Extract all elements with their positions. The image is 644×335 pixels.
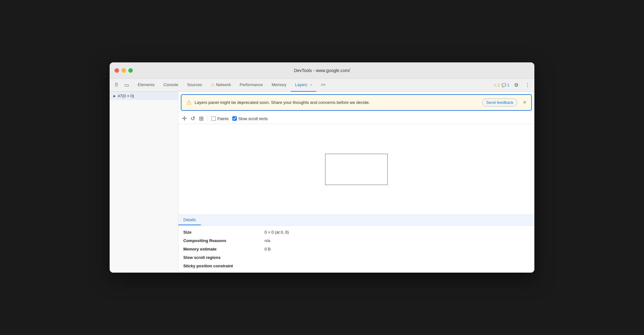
- sidebar-item-label: #7(0 × 0): [118, 94, 134, 98]
- warning-badge-count: 2: [498, 83, 500, 87]
- tab-memory-label: Memory: [272, 82, 286, 87]
- tab-sources-label: Sources: [187, 82, 202, 87]
- details-key-slow-scroll: Slow scroll regions: [183, 255, 265, 260]
- inspect-icon-btn[interactable]: ⠿: [112, 81, 121, 90]
- paints-label: Paints: [217, 116, 229, 121]
- devtools-window: DevTools - www.google.com/ ⠿ ▭ Elements …: [110, 62, 534, 273]
- tab-layers-close[interactable]: ×: [310, 83, 312, 87]
- settings-icon: ⚙: [514, 82, 518, 88]
- details-key-memory: Memory estimate: [183, 247, 265, 251]
- tab-sources[interactable]: Sources: [183, 79, 206, 92]
- details-key-compositing: Compositing Reasons: [183, 238, 265, 243]
- warning-badge[interactable]: ⚠ 2: [493, 83, 500, 87]
- details-row-slow-scroll: Slow scroll regions: [183, 253, 529, 262]
- details-key-sticky: Sticky position constraint: [183, 264, 265, 268]
- warning-badge-icon: ⚠: [493, 83, 497, 87]
- tab-console-label: Console: [163, 82, 178, 87]
- details-row-memory: Memory estimate 0 B: [183, 245, 529, 253]
- details-tab[interactable]: Details: [178, 215, 201, 225]
- details-value-size: 0 × 0 (at 0, 0): [265, 230, 289, 235]
- canvas-area: [178, 124, 534, 215]
- slow-scroll-rects-checkbox[interactable]: [232, 116, 237, 121]
- more-options-button[interactable]: ⋮: [523, 81, 532, 90]
- details-row-size: Size 0 × 0 (at 0, 0): [183, 228, 529, 236]
- info-badge[interactable]: 💬 1: [502, 83, 509, 87]
- tab-layers[interactable]: Layers ×: [291, 79, 316, 92]
- toolbar-separator: [207, 115, 208, 122]
- details-table: Size 0 × 0 (at 0, 0) Compositing Reasons…: [178, 226, 534, 273]
- sidebar: ▶ #7(0 × 0): [110, 92, 178, 273]
- tab-icons: ⠿ ▭: [112, 81, 131, 90]
- rotate-icon[interactable]: ↺: [191, 115, 195, 122]
- traffic-lights: [115, 68, 133, 73]
- layers-toolbar: ✛ ↺ ⊞ Paints Slow scroll rects: [178, 113, 534, 124]
- send-feedback-button[interactable]: Send feedback: [482, 99, 518, 106]
- banner-close-button[interactable]: ×: [523, 99, 526, 106]
- tab-elements-label: Elements: [138, 82, 155, 87]
- paints-checkbox-label[interactable]: Paints: [211, 116, 229, 121]
- pan-icon[interactable]: ✛: [182, 115, 187, 122]
- tab-layers-label: Layers: [295, 82, 307, 87]
- device-icon-btn[interactable]: ▭: [122, 81, 131, 90]
- details-value-memory: 0 B: [265, 247, 271, 251]
- banner-message: Layers panel might be deprecated soon. S…: [195, 100, 479, 105]
- device-icon: ▭: [124, 82, 129, 88]
- tab-memory[interactable]: Memory: [267, 79, 291, 92]
- tab-network[interactable]: ⚠ Network: [206, 79, 235, 92]
- info-badge-count: 1: [507, 83, 509, 87]
- tab-network-label: Network: [216, 82, 231, 87]
- settings-button[interactable]: ⚙: [512, 81, 521, 90]
- details-section: Details: [178, 215, 534, 226]
- main-content: ⚠ Layers panel might be deprecated soon.…: [178, 92, 534, 273]
- details-key-size: Size: [183, 230, 265, 235]
- tab-performance[interactable]: Performance: [235, 79, 267, 92]
- tab-console[interactable]: Console: [159, 79, 183, 92]
- details-value-compositing: n/a: [265, 238, 270, 243]
- deprecation-banner: ⚠ Layers panel might be deprecated soon.…: [181, 94, 532, 111]
- sidebar-item-layer[interactable]: ▶ #7(0 × 0): [110, 92, 178, 100]
- inspect-icon: ⠿: [115, 82, 118, 88]
- tab-more-label: >>: [321, 82, 325, 87]
- tabs-right: ⚠ 2 💬 1 ⚙ ⋮: [493, 81, 532, 90]
- badge-group: ⚠ 2 💬 1: [493, 83, 509, 87]
- details-row-sticky: Sticky position constraint: [183, 262, 529, 270]
- details-row-compositing: Compositing Reasons n/a: [183, 236, 529, 245]
- paints-checkbox[interactable]: [211, 116, 216, 121]
- expand-arrow-icon: ▶: [113, 94, 116, 98]
- slow-scroll-rects-checkbox-label[interactable]: Slow scroll rects: [232, 116, 268, 121]
- devtools-body: ▶ #7(0 × 0) ⚠ Layers panel might be depr…: [110, 92, 534, 273]
- close-button[interactable]: [115, 68, 119, 73]
- tab-more[interactable]: >>: [316, 79, 330, 92]
- fit-icon[interactable]: ⊞: [199, 115, 204, 122]
- minimize-button[interactable]: [121, 68, 126, 73]
- tab-performance-label: Performance: [240, 82, 263, 87]
- layer-rectangle: [325, 154, 388, 185]
- tab-elements[interactable]: Elements: [133, 79, 159, 92]
- tabs-bar: ⠿ ▭ Elements Console Sources ⚠ Network P…: [110, 79, 534, 92]
- network-warning-icon: ⚠: [211, 82, 215, 87]
- devtools-container: ⠿ ▭ Elements Console Sources ⚠ Network P…: [110, 79, 534, 273]
- slow-scroll-rects-label: Slow scroll rects: [238, 116, 268, 121]
- info-badge-icon: 💬: [502, 83, 506, 87]
- window-title: DevTools - www.google.com/: [294, 68, 350, 73]
- more-options-icon: ⋮: [525, 82, 530, 88]
- titlebar: DevTools - www.google.com/: [110, 62, 534, 79]
- maximize-button[interactable]: [128, 68, 133, 73]
- banner-warning-icon: ⚠: [186, 99, 191, 106]
